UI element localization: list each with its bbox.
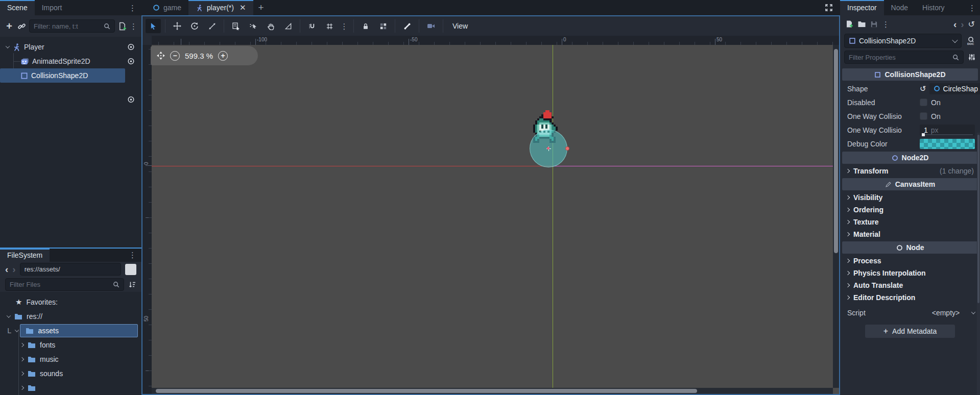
add-metadata-button[interactable]: + Add Metadata: [865, 325, 955, 338]
collapse-chevron-icon[interactable]: [6, 44, 10, 48]
revert-property-icon[interactable]: ↺: [920, 84, 926, 93]
toggle-split-mode-button[interactable]: [125, 264, 136, 275]
smart-snap-magnet-icon[interactable]: [304, 19, 320, 33]
group-node-icon[interactable]: [375, 19, 391, 33]
collapse-chevron-icon[interactable]: [15, 328, 19, 332]
favorites-row[interactable]: ★ Favorites:: [0, 295, 141, 309]
res-root-row[interactable]: res://: [0, 309, 141, 324]
shape-value-dropdown[interactable]: CircleShap: [929, 83, 980, 94]
scene-toolbar-menu-icon[interactable]: ⋮: [130, 22, 137, 30]
object-history-icon[interactable]: ↺: [968, 19, 975, 29]
disabled-checkbox[interactable]: [920, 98, 927, 106]
filter-properties-input[interactable]: Filter Properties: [844, 51, 964, 64]
expand-chevron-icon[interactable]: [20, 372, 24, 376]
history-forward-icon[interactable]: ›: [961, 19, 964, 29]
radius-handle[interactable]: [565, 146, 569, 151]
visibility-eye-icon[interactable]: [127, 58, 135, 65]
new-scene-tab-button[interactable]: +: [253, 0, 269, 15]
section-texture[interactable]: Texture: [842, 216, 978, 228]
open-docs-icon[interactable]: DOC: [966, 36, 976, 46]
center-view-icon[interactable]: [157, 52, 165, 60]
close-tab-icon[interactable]: ✕: [240, 3, 246, 12]
folder-row-sounds[interactable]: sounds: [0, 366, 141, 381]
expand-viewport-icon[interactable]: [825, 4, 833, 12]
select-tool-button[interactable]: [146, 19, 161, 33]
vertical-scrollbar-thumb[interactable]: [834, 49, 838, 253]
debug-color-swatch[interactable]: [920, 139, 975, 149]
visibility-eye-icon[interactable]: [127, 43, 135, 51]
snap-options-menu-icon[interactable]: ⋮: [339, 19, 349, 33]
grid-snap-icon[interactable]: [322, 19, 337, 33]
inspector-menu-icon[interactable]: ⋮: [968, 4, 980, 12]
tab-filesystem[interactable]: FileSystem: [0, 249, 50, 262]
ruler-tool-button[interactable]: [280, 19, 296, 33]
one-way-collision-checkbox[interactable]: [920, 112, 927, 120]
snap-points-tool-button[interactable]: [246, 19, 261, 33]
filter-files-input[interactable]: Filter Files: [5, 278, 124, 291]
folder-row-music[interactable]: music: [0, 352, 141, 366]
folder-row-partial[interactable]: [0, 381, 141, 395]
path-input[interactable]: res://assets/: [20, 263, 121, 276]
viewport-canvas-area[interactable]: -100 -50 0 50 0 50: [142, 36, 839, 394]
new-resource-icon[interactable]: [845, 20, 853, 28]
view-menu-button[interactable]: View: [447, 22, 473, 30]
tab-import[interactable]: Import: [35, 0, 69, 15]
expand-chevron-icon[interactable]: [20, 343, 24, 347]
lock-node-icon[interactable]: [358, 19, 373, 33]
inspector-scrollbar[interactable]: [977, 133, 980, 395]
scene-tab-game[interactable]: game: [146, 0, 188, 15]
nav-back-icon[interactable]: ‹: [5, 264, 8, 274]
scene-node-animatedsprite2d[interactable]: AnimatedSprite2D: [0, 54, 141, 68]
position-gizmo-dot[interactable]: [547, 147, 549, 150]
tab-node[interactable]: Node: [884, 0, 915, 15]
inspector-scrollbar-thumb[interactable]: [977, 135, 979, 303]
resource-options-icon[interactable]: ⋮: [882, 20, 890, 28]
horizontal-scrollbar[interactable]: [152, 388, 833, 394]
scene-tab-player[interactable]: player(*) ✕: [188, 0, 253, 15]
move-tool-button[interactable]: [170, 19, 185, 33]
section-auto-translate[interactable]: Auto Translate: [842, 279, 978, 291]
scene-node-collisionshape2d[interactable]: CollisionShape2D: [0, 68, 125, 83]
add-node-icon[interactable]: +: [4, 20, 14, 32]
select-list-tool-button[interactable]: [228, 19, 244, 33]
scale-tool-button[interactable]: [204, 19, 220, 33]
section-editor-description[interactable]: Editor Description: [842, 291, 978, 304]
section-physics-interpolation[interactable]: Physics Interpolation: [842, 267, 978, 279]
assets-folder-row[interactable]: L assets: [0, 324, 141, 338]
attach-script-icon[interactable]: [118, 22, 127, 31]
section-material[interactable]: Material: [842, 228, 978, 240]
collapse-chevron-icon[interactable]: [7, 313, 11, 317]
save-resource-icon[interactable]: [870, 20, 878, 28]
tab-scene[interactable]: Scene: [0, 0, 35, 15]
section-ordering[interactable]: Ordering: [842, 204, 978, 216]
pan-tool-button[interactable]: [263, 19, 278, 33]
zoom-in-button[interactable]: +: [218, 51, 228, 61]
expand-chevron-icon[interactable]: [20, 357, 24, 361]
tab-history[interactable]: History: [915, 0, 952, 15]
load-resource-folder-icon[interactable]: [857, 20, 866, 28]
nav-forward-icon[interactable]: ›: [12, 264, 15, 274]
horizontal-scrollbar-thumb[interactable]: [156, 389, 697, 393]
one-way-margin-spinbox[interactable]: 1 px: [920, 125, 975, 136]
script-value[interactable]: <empty>: [932, 309, 960, 317]
tab-inspector[interactable]: Inspector: [840, 0, 884, 15]
zoom-percentage[interactable]: 599.3 %: [185, 52, 213, 60]
visibility-eye-icon[interactable]: [127, 96, 135, 104]
camera-override-icon[interactable]: [423, 19, 439, 33]
scene-node-player[interactable]: Player: [0, 40, 141, 54]
zoom-out-button[interactable]: −: [170, 51, 180, 61]
filesystem-menu-icon[interactable]: ⋮: [129, 251, 141, 259]
scene-dock-menu-icon[interactable]: ⋮: [129, 4, 141, 12]
section-process[interactable]: Process: [842, 255, 978, 267]
edited-object-selector[interactable]: CollisionShape2D: [844, 34, 962, 48]
rotate-tool-button[interactable]: [187, 19, 202, 33]
margin-slider-knob[interactable]: [922, 133, 925, 136]
property-tools-icon[interactable]: [968, 53, 976, 61]
margin-slider[interactable]: [922, 134, 973, 135]
scene-filter-input[interactable]: Filter: name, t:t: [29, 19, 115, 33]
folder-row-fonts[interactable]: fonts: [0, 338, 141, 352]
vertical-scrollbar[interactable]: [833, 45, 839, 388]
section-transform[interactable]: Transform (1 change): [842, 165, 978, 177]
sort-files-icon[interactable]: [128, 281, 136, 289]
section-visibility[interactable]: Visibility: [842, 191, 978, 204]
